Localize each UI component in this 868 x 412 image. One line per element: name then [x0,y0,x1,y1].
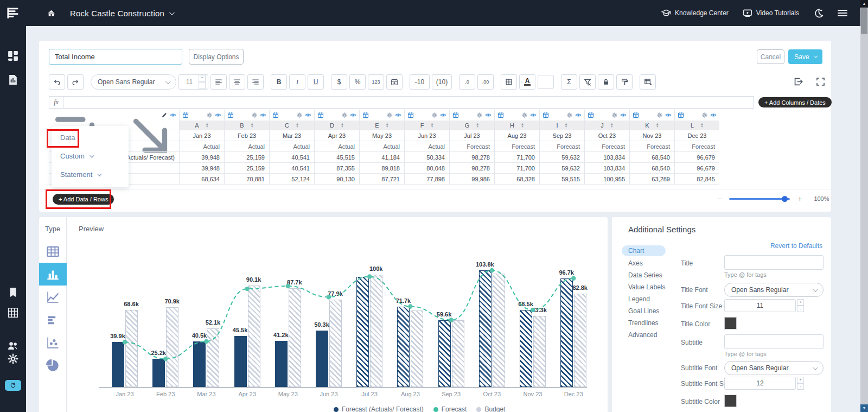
scrollbar-thumb[interactable] [861,8,867,34]
column-visibility-eye-icon[interactable] [665,112,672,118]
column-date-icon[interactable] [497,112,504,118]
data-menu-item-data[interactable]: Data [60,134,129,142]
align-center-button[interactable] [229,74,245,90]
fill-color-button[interactable] [538,75,554,89]
column-settings-gear-icon[interactable] [341,112,348,118]
chart-type-scatter-button[interactable] [39,331,67,354]
column-date-icon[interactable] [542,112,549,118]
column-letter-header[interactable]: F▲▼ [405,121,449,130]
settings-nav-goal-lines[interactable]: Goal Lines [628,305,666,317]
column-basis-cell[interactable]: Actual [360,141,404,152]
cancel-button[interactable]: Cancel [757,49,784,64]
sync-button[interactable] [5,380,21,391]
column-letter-header[interactable]: I▲▼ [540,121,584,130]
sheet-cell-I2[interactable]: 59,632 [540,163,584,174]
sum-button[interactable]: Σ [561,74,577,90]
column-month-header[interactable]: Jun 23 [405,130,449,141]
subtitle-font-size-stepper[interactable]: 12 +- [724,377,804,390]
column-month-header[interactable]: Apr 23 [315,130,359,141]
column-basis-cell[interactable]: Forecast [495,141,539,152]
column-visibility-eye-icon[interactable] [260,112,266,118]
subtitle-font-select[interactable]: Open Sans Regular [724,361,824,375]
dark-mode-moon-icon[interactable] [813,8,824,18]
sheet-cell-J1[interactable]: 103,834 [585,152,629,163]
column-settings-gear-icon[interactable] [296,112,303,118]
decrease-decimals-button[interactable]: .0 [459,74,475,90]
sheet-cell-I3[interactable]: 59,515 [540,174,584,185]
sheet-cell-A1[interactable]: 39,948 [180,152,224,163]
column-date-icon[interactable] [362,112,369,118]
column-month-header[interactable]: Mar 23 [270,130,314,141]
sheet-cell-A2[interactable]: 39,948 [180,163,224,174]
reports-icon[interactable] [7,74,19,86]
company-switcher[interactable]: Rock Castle Construction [70,9,173,18]
sheet-cell-H3[interactable]: 68,328 [495,174,539,185]
font-color-button[interactable]: A [519,74,535,90]
sheet-cell-F2[interactable]: 80,048 [405,163,449,174]
sheet-cell-H1[interactable]: 71,700 [495,152,539,163]
column-date-icon[interactable] [588,112,594,118]
chart-title-input[interactable] [724,255,824,270]
fullscreen-icon[interactable] [815,77,826,87]
column-date-icon[interactable] [182,112,189,118]
sheet-cell-D3[interactable]: 90,130 [315,174,359,185]
column-settings-gear-icon[interactable] [386,112,393,118]
percent-format-button[interactable]: % [349,74,366,90]
column-settings-gear-icon[interactable] [566,112,573,118]
column-month-header[interactable]: Nov 23 [630,130,674,141]
column-basis-cell[interactable]: Actual [405,141,449,152]
column-date-icon[interactable] [633,112,639,118]
settings-gear-icon[interactable] [7,353,19,365]
number-format-button[interactable]: 123 [368,74,384,90]
zoom-slider-knob[interactable] [782,196,788,202]
sheet-cell-A3[interactable]: 68,634 [180,174,224,185]
app-logo-icon[interactable] [6,6,20,20]
column-letter-header[interactable]: H▲▼ [495,121,539,130]
settings-nav-data-series[interactable]: Data Series [628,269,666,281]
sheet-cell-D1[interactable]: 45,515 [315,152,359,163]
chart-type-table-button[interactable] [39,240,67,263]
column-basis-cell[interactable]: Actual [180,141,224,152]
save-button[interactable]: Save [788,49,822,64]
borders-button[interactable] [501,74,517,90]
font-family-select[interactable]: Open Sans Regular [91,74,176,90]
column-basis-cell[interactable]: Forecast [540,141,584,152]
column-date-icon[interactable] [678,112,684,118]
column-visibility-eye-icon[interactable] [620,112,627,118]
column-month-header[interactable]: Jul 23 [450,130,494,141]
format-paint-button[interactable] [616,74,633,90]
display-options-button[interactable]: Display Options [189,49,244,65]
scroll-up-arrow-icon[interactable]: ▲ [860,0,868,8]
column-letter-header[interactable]: K▲▼ [630,121,674,130]
dashboards-icon[interactable] [7,50,19,62]
column-settings-gear-icon[interactable] [476,112,483,118]
title-size-plus[interactable]: + [797,299,804,306]
align-right-button[interactable] [247,74,264,90]
settings-nav-chart[interactable]: Chart [622,245,666,256]
settings-nav-axes[interactable]: Axes [628,257,666,269]
clients-icon[interactable] [7,340,19,352]
sheet-cell-G2[interactable]: 98,278 [450,163,494,174]
column-settings-gear-icon[interactable] [656,112,663,118]
column-settings-gear-icon[interactable] [251,112,258,118]
column-date-icon[interactable] [452,112,459,118]
column-basis-cell[interactable]: Forecast [675,141,719,152]
sheet-cell-L2[interactable]: 96,679 [675,163,719,174]
video-tutorials-link[interactable]: Video Tutorials [743,8,799,18]
sheet-cell-E2[interactable]: 89,818 [360,163,404,174]
menu-hamburger-icon[interactable] [838,10,847,16]
column-letter-header[interactable]: G▲▼ [450,121,494,130]
column-month-header[interactable]: Jan 23 [180,130,224,141]
column-month-header[interactable]: Aug 23 [495,130,539,141]
title-size-minus[interactable]: - [797,306,804,312]
currency-format-button[interactable]: $ [331,74,347,90]
zoom-in-button[interactable]: + [797,194,802,203]
bookmark-icon[interactable] [7,287,19,299]
sheet-cell-H2[interactable]: 71,700 [495,163,539,174]
column-month-header[interactable]: Oct 23 [585,130,629,141]
column-visibility-eye-icon[interactable] [215,112,221,118]
zoom-out-button[interactable]: − [717,194,722,203]
sheet-cell-I1[interactable]: 59,632 [540,152,584,163]
sheet-cell-G1[interactable]: 98,278 [450,152,494,163]
column-visibility-eye-icon[interactable] [485,112,492,118]
